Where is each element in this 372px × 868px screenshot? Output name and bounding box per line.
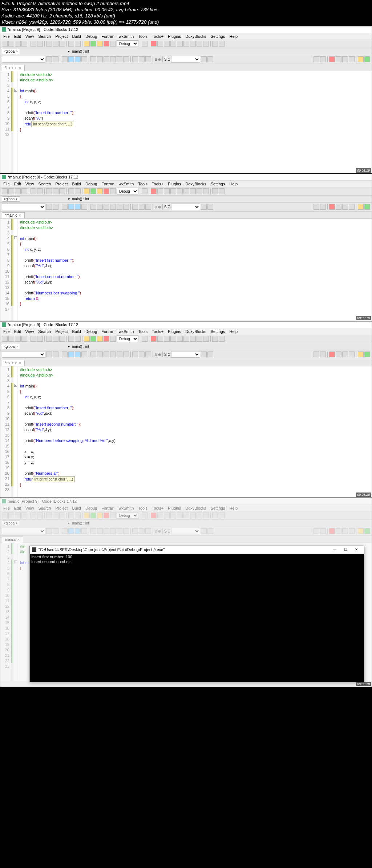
bm-icon[interactable] [314,528,319,534]
menu-wxsmith[interactable]: wxSmith [117,33,136,39]
menu-build[interactable]: Build [70,33,83,39]
run-icon[interactable] [90,188,96,194]
step-icon[interactable] [164,188,170,194]
dbg-win-icon[interactable] [212,41,218,47]
doxy-icon[interactable] [139,56,145,62]
layout-icon[interactable] [117,351,122,357]
menu-fortran[interactable]: Fortran [99,181,116,187]
cut-icon[interactable] [46,188,52,194]
menu-build[interactable]: Build [70,329,83,334]
bm-next-icon[interactable] [342,528,348,534]
menu-help[interactable]: Help [227,181,240,187]
menu-settings[interactable]: Settings [209,181,227,187]
undo-icon[interactable] [31,41,36,47]
menu-debug[interactable]: Debug [83,181,99,187]
copy-icon[interactable] [53,188,58,194]
tab-main-c[interactable]: *main.c✕ [2,360,25,366]
indent-icon[interactable] [62,351,68,357]
console-window[interactable]: "C:\Users\USER\Desktop\C projects\Projec… [29,546,364,682]
menu-debug[interactable]: Debug [83,33,99,39]
layout-icon[interactable] [97,56,103,62]
layout-icon[interactable] [90,528,96,534]
nav-back-icon[interactable] [46,204,52,210]
layout-icon[interactable] [117,204,122,210]
menu-fortran[interactable]: Fortran [99,33,116,39]
doxy-icon[interactable] [132,351,138,357]
menu-plugins[interactable]: Plugins [166,329,183,334]
step-out-icon[interactable] [177,41,183,47]
step-icon[interactable] [190,188,196,194]
bm-prev-icon[interactable] [336,351,341,357]
layout-icon[interactable] [123,351,129,357]
scope-function[interactable]: main() : int [72,521,89,525]
layout-icon[interactable] [104,351,109,357]
save-all-icon[interactable] [21,188,27,194]
context-select[interactable] [171,56,200,63]
step-icon[interactable] [183,336,189,342]
bm-clear-icon[interactable] [349,528,355,534]
menu-search[interactable]: Search [36,505,53,511]
menu-help[interactable]: Help [227,505,240,511]
nav-fwd-icon[interactable] [53,528,58,534]
layout-icon[interactable] [110,351,116,357]
step-icon[interactable] [164,336,170,342]
menu-toolsplus[interactable]: Tools+ [150,181,166,187]
menu-tools[interactable]: Tools [136,33,150,39]
layout-icon[interactable] [110,56,116,62]
new-file-icon[interactable] [2,41,8,47]
menu-settings[interactable]: Settings [209,33,227,39]
search-combo[interactable] [2,56,45,63]
menu-file[interactable]: File [1,329,12,334]
doxy-icon[interactable] [139,528,145,534]
fold-icon[interactable]: - [14,384,17,387]
step-icon[interactable] [177,513,183,518]
menu-wxsmith[interactable]: wxSmith [117,505,136,511]
search-combo[interactable] [2,204,45,210]
config-icon[interactable] [207,351,213,357]
run-icon[interactable] [90,513,96,518]
uncomment-icon[interactable] [75,56,81,62]
code-editor[interactable]: 1234567891011121314151617 - #include <st… [0,219,372,321]
open-icon[interactable] [8,336,14,342]
tool-icon[interactable] [81,204,87,210]
bm-icon[interactable] [314,351,319,357]
doxy-icon[interactable] [139,204,145,210]
debug-icon[interactable] [151,336,157,342]
new-file-icon[interactable] [2,513,8,518]
maximize-button[interactable]: ☐ [340,546,351,553]
doxy-icon[interactable] [145,204,151,210]
menu-wxsmith[interactable]: wxSmith [117,329,136,334]
redo-icon[interactable] [37,188,43,194]
menu-tools[interactable]: Tools [136,181,150,187]
copy-icon[interactable] [53,513,58,518]
menu-edit[interactable]: Edit [12,33,23,39]
menu-file[interactable]: File [1,33,12,39]
menu-doxyblocks[interactable]: DoxyBlocks [183,329,208,334]
zoom-in-icon[interactable]: ⊕ [158,353,161,357]
search-combo[interactable] [2,528,45,534]
tool-icon[interactable] [81,528,87,534]
config-icon[interactable] [207,204,213,210]
menu-view[interactable]: View [23,181,36,187]
step-icon[interactable] [177,336,183,342]
code-editor[interactable]: 123456789101112 - #include <stdio.h> #in… [0,71,372,173]
step-icon[interactable] [157,188,163,194]
tool-a-icon[interactable] [81,56,87,62]
tab-main-c[interactable]: main.c✕ [2,537,23,543]
flag-icon[interactable] [329,351,335,357]
zoom-out-icon[interactable]: ⊖ [154,353,157,357]
dbg-win-icon[interactable] [212,188,218,194]
zoom-in-icon[interactable]: ⊕ [158,205,161,209]
layout-icon[interactable] [117,528,122,534]
break-icon[interactable] [197,188,202,194]
step-into-icon[interactable] [170,41,176,47]
menu-debug[interactable]: Debug [83,329,99,334]
menu-edit[interactable]: Edit [12,505,23,511]
close-tab-icon[interactable]: ✕ [17,538,20,542]
build-icon[interactable] [84,188,90,194]
menu-fortran[interactable]: Fortran [99,329,116,334]
code-text[interactable]: #include <stdio.h> #include <stdlib.h> i… [18,366,372,497]
menu-project[interactable]: Project [53,33,70,39]
build-target-select[interactable]: Debug [117,335,138,342]
cut-icon[interactable] [46,513,52,518]
